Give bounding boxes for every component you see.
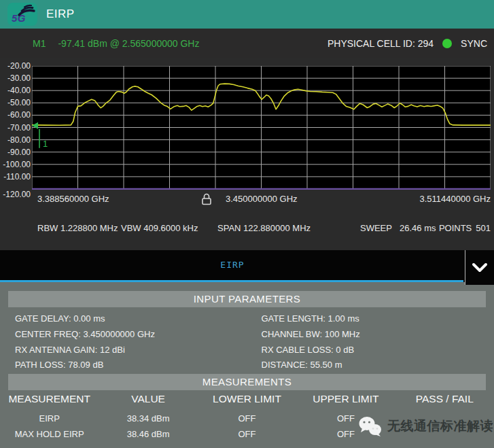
measurements-table-header: MEASUREMENTVALUELOWER LIMITUPPER LIMITPA…	[0, 393, 494, 405]
measurements-column-header: LOWER LIMIT	[198, 393, 296, 405]
sweep-time-value: 26.46 ms	[400, 223, 436, 233]
physical-cell-id: PHYSICAL CELL ID: 294	[328, 38, 434, 49]
y-axis-tick: -50.00	[0, 97, 31, 108]
table-cell: 38.34 dBm	[99, 411, 197, 427]
input-parameter: CHANNEL BW: 100 MHz	[262, 327, 494, 343]
measurements-header: MEASUREMENTS	[8, 374, 486, 390]
y-axis-tick: -70.00	[0, 122, 31, 133]
sync-label: SYNC	[461, 38, 487, 49]
title-bar: 5G EIRP	[0, 0, 494, 29]
measurements-column-header: PASS / FAIL	[395, 393, 494, 405]
x-axis: 3.388560000 GHz 3.450000000 GHz 3.511440…	[0, 192, 494, 207]
input-parameter: RX ANTENNA GAIN: 12 dBi	[15, 343, 247, 358]
sweep-settings-bar: RBW 1.228800 MHz VBW 409.6000 kHz SPAN 1…	[0, 223, 494, 238]
lock-icon[interactable]	[200, 192, 213, 208]
table-cell: OFF	[198, 411, 296, 427]
measurements-column-header: UPPER LIMIT	[296, 393, 395, 405]
marker-1-label: 1	[43, 139, 48, 149]
5g-logo: 5G	[7, 3, 37, 26]
sync-indicator-icon	[442, 39, 452, 48]
sweep-label: SWEEP	[360, 223, 392, 233]
cell-sync-status: PHYSICAL CELL ID: 294 SYNC	[328, 29, 487, 58]
marker-value: -97.41 dBm @ 2.565000000 GHz	[58, 38, 199, 49]
y-axis-tick: -90.00	[0, 147, 31, 158]
points-label: POINTS	[439, 223, 472, 233]
input-parameters-header: INPUT PARAMETERS	[8, 291, 486, 307]
tab-eirp[interactable]: EIRP	[0, 250, 465, 280]
input-parameters-right-column: GATE LENGTH: 1.00 msCHANNEL BW: 100 MHzR…	[247, 311, 494, 373]
y-axis-tick: -60.00	[0, 109, 31, 120]
vbw-value: VBW 409.6000 kHz	[121, 223, 198, 233]
plot-area[interactable]: 1	[32, 66, 491, 190]
input-parameter: RX CABLE LOSS: 0 dB	[262, 343, 494, 358]
input-parameter: GATE DELAY: 0.00 ms	[15, 311, 247, 327]
input-parameters-left-column: GATE DELAY: 0.00 msCENTER FREQ: 3.450000…	[0, 311, 247, 373]
rbw-value: RBW 1.228800 MHz	[37, 223, 118, 233]
marker-label: M1	[33, 38, 46, 49]
measurements-column-header: MEASUREMENT	[0, 393, 99, 405]
signal-swoosh-icon	[17, 3, 36, 17]
instrument-screen: 5G EIRP M1 -97.41 dBm @ 2.565000000 GHz …	[0, 0, 494, 448]
marker-readout: M1 -97.41 dBm @ 2.565000000 GHz	[33, 29, 199, 58]
input-parameter: PATH LOSS: 78.09 dB	[15, 358, 247, 373]
x-axis-center-frequency: 3.450000000 GHz	[226, 194, 298, 204]
input-parameters-grid: GATE DELAY: 0.00 msCENTER FREQ: 3.450000…	[0, 311, 494, 373]
spectrum-chart: -20.00-30.00-40.00-50.00-60.00-70.00-80.…	[0, 58, 494, 250]
input-parameter: DISTANCE: 55.50 m	[262, 358, 494, 373]
collapse-panel-button[interactable]	[465, 250, 494, 285]
points-value: 501	[476, 223, 491, 233]
measurement-tab-bar: EIRP	[0, 250, 494, 282]
wechat-icon	[358, 415, 383, 438]
y-axis-tick: -100.00	[0, 159, 31, 170]
chevron-down-icon	[471, 261, 489, 275]
table-cell: EIRP	[0, 411, 99, 427]
y-axis-tick: -110.00	[0, 171, 31, 182]
y-axis-tick: -40.00	[0, 85, 31, 96]
table-cell: MAX HOLD EIRP	[0, 427, 99, 443]
measurements-column-header: VALUE	[99, 393, 197, 405]
marker-status-bar: M1 -97.41 dBm @ 2.565000000 GHz PHYSICAL…	[0, 29, 494, 58]
table-cell: 38.46 dBm	[99, 427, 197, 443]
y-axis-tick: -20.00	[0, 61, 31, 71]
points-readout: POINTS 501	[439, 223, 491, 233]
y-axis-tick: -80.00	[0, 135, 31, 145]
span-value: SPAN 122.880000 MHz	[217, 223, 311, 233]
table-cell: OFF	[198, 427, 296, 443]
watermark-text: 无线通信标准解读	[387, 417, 493, 435]
page-title: EIRP	[46, 0, 75, 29]
input-parameter: CENTER FREQ: 3.450000000 GHz	[15, 327, 247, 343]
y-axis-tick: -30.00	[0, 73, 31, 84]
watermark: 无线通信标准解读	[358, 415, 493, 438]
x-axis-start-frequency: 3.388560000 GHz	[37, 194, 109, 204]
x-axis-stop-frequency: 3.511440000 GHz	[419, 194, 491, 204]
input-parameter: GATE LENGTH: 1.00 ms	[262, 311, 494, 327]
marker-1-arrow-icon[interactable]	[32, 122, 38, 129]
